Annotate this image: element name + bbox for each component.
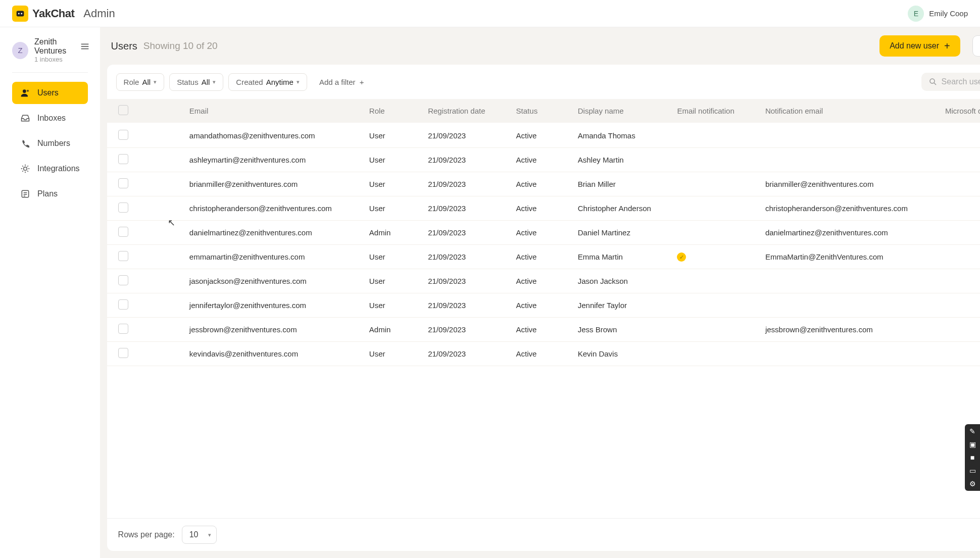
- cell-role: User: [363, 148, 422, 172]
- cell-msloc: [939, 123, 980, 148]
- table-row[interactable]: danielmartinez@zenithventures.comAdmin21…: [107, 221, 980, 245]
- current-user[interactable]: E Emily Coop: [908, 6, 968, 22]
- cell-date: 21/09/2023: [422, 221, 510, 245]
- widget-video-icon[interactable]: ■: [970, 453, 974, 462]
- add-filter-button[interactable]: Add a filter +: [312, 74, 371, 90]
- feedback-widget[interactable]: ✎ ▣ ■ ▭ ⚙: [965, 424, 980, 491]
- cell-date: 21/09/2023: [422, 342, 510, 366]
- filter-role-value: All: [142, 78, 151, 86]
- table-row[interactable]: jessbrown@zenithventures.comAdmin21/09/2…: [107, 318, 980, 342]
- cell-notif: [671, 318, 759, 342]
- cell-msloc: [939, 148, 980, 172]
- th-email[interactable]: Email: [183, 99, 363, 123]
- inbox-icon: [20, 113, 30, 123]
- widget-rocket-icon[interactable]: ✎: [969, 427, 975, 435]
- cell-msloc: [939, 196, 980, 221]
- row-checkbox[interactable]: [118, 154, 128, 164]
- brand-section: Admin: [83, 7, 115, 20]
- plans-icon: [20, 189, 30, 199]
- cell-email: ashleymartin@zenithventures.com: [183, 148, 363, 172]
- row-checkbox[interactable]: [118, 227, 128, 237]
- org-sub: 1 inboxes: [34, 56, 88, 63]
- cell-date: 21/09/2023: [422, 123, 510, 148]
- th-msloc[interactable]: Microsoft contact loc: [939, 99, 980, 123]
- cell-msloc: [939, 293, 980, 318]
- table-row[interactable]: emmamartin@zenithventures.comUser21/09/2…: [107, 245, 980, 269]
- cell-status: Active: [510, 293, 572, 318]
- search-input[interactable]: [942, 77, 980, 86]
- search-icon: [928, 77, 938, 86]
- row-checkbox[interactable]: [118, 130, 128, 140]
- sidebar: Z Zenith Ventures 1 inboxes Users Inboxe…: [0, 27, 100, 558]
- table-row[interactable]: kevindavis@zenithventures.comUser21/09/2…: [107, 342, 980, 366]
- row-checkbox[interactable]: [118, 348, 128, 358]
- table-row[interactable]: brianmiller@zenithventures.comUser21/09/…: [107, 172, 980, 196]
- table-row[interactable]: christopheranderson@zenithventures.comUs…: [107, 196, 980, 221]
- widget-display-icon[interactable]: ▭: [969, 467, 976, 475]
- sidebar-item-users[interactable]: Users: [12, 82, 88, 104]
- cell-notifemail: [759, 269, 939, 293]
- menu-toggle-icon[interactable]: [77, 38, 93, 55]
- sidebar-item-numbers[interactable]: Numbers: [12, 132, 88, 155]
- cell-status: Active: [510, 172, 572, 196]
- cell-role: User: [363, 293, 422, 318]
- logo-icon: [12, 6, 28, 22]
- table-row[interactable]: jasonjackson@zenithventures.comUser21/09…: [107, 269, 980, 293]
- row-checkbox[interactable]: [118, 251, 128, 261]
- svg-point-8: [24, 167, 27, 171]
- row-checkbox[interactable]: [118, 324, 128, 334]
- svg-point-13: [930, 79, 935, 83]
- row-checkbox[interactable]: [118, 299, 128, 310]
- rpp-select[interactable]: 10 ▾: [182, 526, 217, 544]
- cell-msloc: [939, 342, 980, 366]
- user-name: Emily Coop: [929, 9, 968, 18]
- filter-status[interactable]: Status All ▾: [169, 73, 223, 91]
- cell-role: User: [363, 342, 422, 366]
- widget-camera-icon[interactable]: ▣: [969, 440, 976, 448]
- sidebar-item-plans[interactable]: Plans: [12, 183, 88, 205]
- cell-display: Amanda Thomas: [572, 123, 671, 148]
- svg-line-14: [934, 83, 936, 85]
- logo[interactable]: YakChat Admin: [12, 6, 115, 22]
- th-notifemail[interactable]: Notification email: [759, 99, 939, 123]
- select-all-checkbox[interactable]: [118, 105, 128, 115]
- th-date[interactable]: Registration date: [422, 99, 510, 123]
- topbar: YakChat Admin E Emily Coop: [0, 0, 980, 27]
- cell-notif: [671, 123, 759, 148]
- th-display[interactable]: Display name: [572, 99, 671, 123]
- add-user-button[interactable]: Add new user +: [879, 35, 960, 57]
- sidebar-item-inboxes[interactable]: Inboxes: [12, 107, 88, 129]
- svg-point-2: [21, 13, 22, 14]
- cell-date: 21/09/2023: [422, 148, 510, 172]
- svg-rect-0: [17, 11, 24, 16]
- cell-notifemail: danielmartinez@zenithventures.com: [759, 221, 939, 245]
- row-checkbox[interactable]: [118, 178, 128, 188]
- sidebar-item-label: Inboxes: [37, 114, 66, 123]
- table-row[interactable]: jennifertaylor@zenithventures.comUser21/…: [107, 293, 980, 318]
- sidebar-item-integrations[interactable]: Integrations: [12, 158, 88, 180]
- th-notif[interactable]: Email notification: [671, 99, 759, 123]
- table-row[interactable]: ashleymartin@zenithventures.comUser21/09…: [107, 148, 980, 172]
- cell-notif: [671, 172, 759, 196]
- cell-role: User: [363, 172, 422, 196]
- search-box[interactable]: [921, 73, 980, 91]
- widget-gear-icon[interactable]: ⚙: [969, 480, 976, 488]
- th-role[interactable]: Role: [363, 99, 422, 123]
- table-row[interactable]: amandathomas@zenithventures.comUser21/09…: [107, 123, 980, 148]
- sidebar-item-label: Integrations: [37, 164, 80, 173]
- add-user-label: Add new user: [890, 41, 939, 50]
- import-users-button[interactable]: Import users: [972, 35, 980, 57]
- page-prev[interactable]: ‹: [977, 527, 980, 543]
- filter-created-label: Created: [236, 78, 263, 86]
- cell-date: 21/09/2023: [422, 172, 510, 196]
- filter-status-value: All: [202, 78, 210, 86]
- filter-role[interactable]: Role All ▾: [116, 73, 165, 91]
- row-checkbox[interactable]: [118, 275, 128, 285]
- org-avatar: Z: [12, 42, 28, 59]
- filter-created[interactable]: Created Anytime ▾: [228, 73, 307, 91]
- th-status[interactable]: Status: [510, 99, 572, 123]
- rpp-label: Rows per page:: [118, 530, 175, 539]
- row-checkbox[interactable]: [118, 202, 128, 213]
- cell-status: Active: [510, 148, 572, 172]
- cell-notifemail: brianmiller@zenithventures.com: [759, 172, 939, 196]
